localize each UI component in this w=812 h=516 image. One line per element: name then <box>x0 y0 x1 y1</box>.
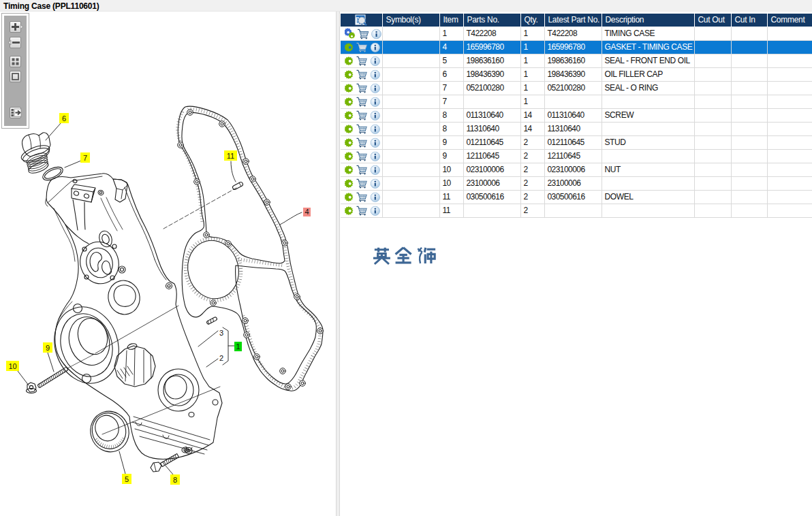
svg-text:1: 1 <box>236 342 240 351</box>
svg-text:8: 8 <box>173 476 177 484</box>
svg-text:5: 5 <box>125 475 129 483</box>
svg-text:10: 10 <box>8 362 16 370</box>
svg-text:9: 9 <box>46 344 50 352</box>
svg-text:11: 11 <box>227 152 234 160</box>
svg-text:2: 2 <box>219 354 223 362</box>
svg-text:7: 7 <box>83 154 87 162</box>
svg-text:3: 3 <box>219 329 223 337</box>
svg-text:4: 4 <box>304 208 309 216</box>
svg-text:6: 6 <box>62 114 66 123</box>
